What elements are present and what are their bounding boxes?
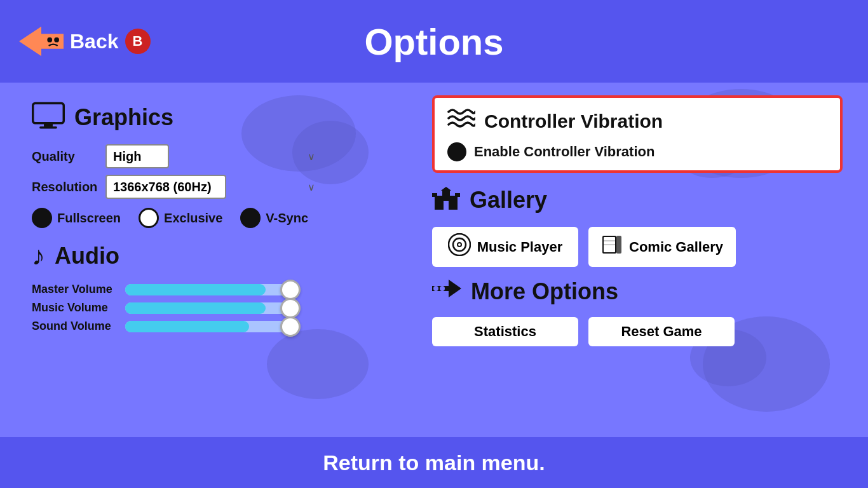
- display-toggles: Fullscreen Exclusive V-Sync: [32, 208, 375, 228]
- svg-point-16: [458, 243, 461, 246]
- comic-gallery-icon: [601, 234, 623, 260]
- more-options-buttons: Statistics Reset Game: [432, 317, 843, 346]
- svg-rect-4: [44, 123, 53, 126]
- graphics-section: Graphics Quality Low Medium High Ultra R…: [32, 102, 375, 228]
- master-volume-label: Master Volume: [32, 283, 118, 296]
- music-volume-fill: [125, 302, 266, 314]
- right-panel: Controller Vibration Enable Controller V…: [407, 83, 868, 437]
- exclusive-circle: [139, 208, 159, 228]
- sound-volume-row: Sound Volume: [32, 320, 375, 333]
- master-volume-fill: [125, 284, 266, 295]
- comic-gallery-label: Comic Gallery: [629, 239, 723, 255]
- page-title: Options: [364, 20, 503, 63]
- svg-rect-5: [39, 126, 57, 128]
- main-content: Graphics Quality Low Medium High Ultra R…: [0, 83, 868, 437]
- sound-volume-track[interactable]: [125, 321, 290, 332]
- gallery-title: Gallery: [470, 187, 547, 214]
- music-player-button[interactable]: Music Player: [432, 227, 578, 267]
- vibration-header: Controller Vibration: [447, 107, 827, 136]
- back-arrow-icon: [19, 22, 64, 60]
- gallery-section: Gallery Music Player: [432, 184, 843, 267]
- reset-game-label: Reset Game: [621, 323, 702, 340]
- gallery-buttons: Music Player Comic Gallery: [432, 227, 843, 267]
- vibration-toggle-circle: [447, 142, 466, 161]
- resolution-row: Resolution 1280x720 (60Hz) 868x488 (60H…: [32, 175, 375, 199]
- master-volume-row: Master Volume: [32, 283, 375, 296]
- back-label: Back: [70, 30, 119, 53]
- sound-volume-fill: [125, 321, 249, 332]
- quality-select-wrapper: Low Medium High Ultra: [105, 144, 322, 168]
- svg-rect-11: [432, 193, 437, 197]
- vibration-title: Controller Vibration: [484, 111, 663, 132]
- fullscreen-toggle[interactable]: Fullscreen: [32, 208, 121, 228]
- music-player-label: Music Player: [477, 239, 563, 255]
- audio-header: ♪ Audio: [32, 241, 375, 271]
- more-options-header: More Options: [432, 277, 843, 306]
- comic-gallery-button[interactable]: Comic Gallery: [588, 227, 736, 267]
- svg-rect-3: [33, 104, 64, 123]
- audio-title: Audio: [55, 243, 119, 269]
- vibration-icon: [447, 107, 475, 136]
- left-panel: Graphics Quality Low Medium High Ultra R…: [0, 83, 407, 437]
- footer-text: Return to main menu.: [323, 451, 545, 475]
- more-options-section: More Options Statistics Reset Game: [432, 277, 843, 346]
- svg-point-24: [433, 286, 438, 291]
- exclusive-label: Exclusive: [164, 211, 222, 226]
- vibration-enable-row[interactable]: Enable Controller Vibration: [447, 142, 827, 161]
- svg-point-1: [47, 37, 52, 43]
- monitor-icon: [32, 102, 65, 133]
- svg-rect-9: [450, 191, 455, 196]
- resolution-label: Resolution: [32, 180, 95, 194]
- music-volume-row: Music Volume: [32, 301, 375, 315]
- graphics-title: Graphics: [74, 104, 173, 131]
- resolution-select-wrapper: 1280x720 (60Hz) 868x488 (60Hz) 1920x108…: [105, 175, 322, 199]
- b-badge: B: [125, 29, 151, 54]
- music-note-icon: ♪: [32, 241, 45, 271]
- vsync-circle: [240, 208, 261, 228]
- quality-row: Quality Low Medium High Ultra: [32, 144, 375, 168]
- music-volume-label: Music Volume: [32, 301, 118, 315]
- fullscreen-label: Fullscreen: [57, 211, 121, 226]
- svg-rect-10: [444, 201, 449, 210]
- header: Back B Options: [0, 0, 868, 83]
- statistics-label: Statistics: [474, 323, 536, 340]
- gallery-icon: [432, 184, 460, 215]
- audio-section: ♪ Audio Master Volume Music Volume Sound…: [32, 241, 375, 333]
- sound-volume-label: Sound Volume: [32, 320, 118, 333]
- back-button[interactable]: Back B: [19, 22, 151, 60]
- svg-rect-8: [437, 191, 442, 196]
- master-volume-track[interactable]: [125, 284, 290, 295]
- fullscreen-circle: [32, 208, 52, 228]
- music-volume-knob[interactable]: [280, 298, 301, 318]
- vsync-toggle[interactable]: V-Sync: [240, 208, 308, 228]
- sound-volume-knob[interactable]: [280, 316, 301, 337]
- footer: Return to main menu.: [0, 437, 868, 488]
- vibration-section: Controller Vibration Enable Controller V…: [432, 95, 843, 173]
- music-player-icon: [448, 233, 471, 261]
- svg-marker-23: [449, 280, 461, 297]
- master-volume-knob[interactable]: [280, 280, 301, 300]
- vibration-enable-label: Enable Controller Vibration: [474, 144, 654, 160]
- svg-point-25: [440, 286, 445, 291]
- music-volume-track[interactable]: [125, 302, 290, 314]
- gallery-header: Gallery: [432, 184, 843, 215]
- reset-game-button[interactable]: Reset Game: [588, 317, 735, 346]
- svg-rect-19: [616, 236, 621, 254]
- svg-point-2: [54, 37, 59, 43]
- quality-label: Quality: [32, 149, 95, 164]
- statistics-button[interactable]: Statistics: [432, 317, 578, 346]
- vsync-label: V-Sync: [266, 211, 308, 226]
- quality-select[interactable]: Low Medium High Ultra: [105, 144, 169, 168]
- exclusive-toggle[interactable]: Exclusive: [139, 208, 222, 228]
- more-options-icon: [432, 277, 461, 306]
- svg-rect-12: [455, 193, 460, 197]
- more-options-title: More Options: [471, 278, 618, 305]
- graphics-header: Graphics: [32, 102, 375, 133]
- resolution-select[interactable]: 1280x720 (60Hz) 868x488 (60Hz) 1920x108…: [105, 175, 226, 199]
